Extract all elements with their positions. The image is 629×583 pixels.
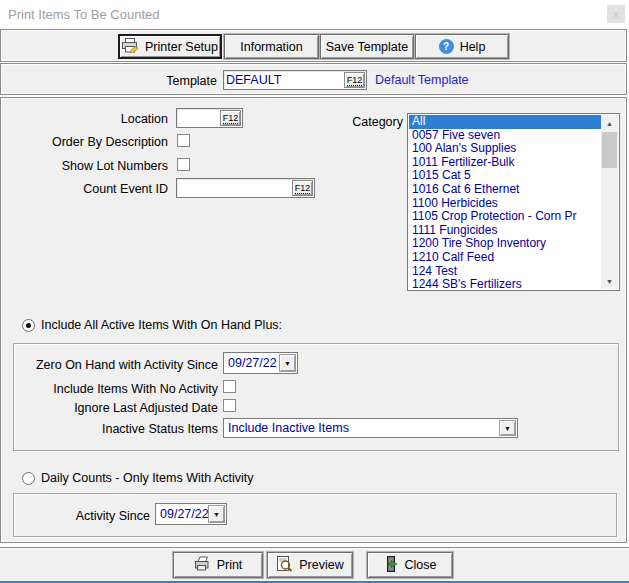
category-list-item[interactable]: 124 Test [409,265,601,279]
count-event-id-label: Count Event ID [20,182,168,196]
location-field[interactable]: F12 [176,108,243,128]
category-list-item[interactable]: 1015 Cat 5 [409,169,601,183]
combo-arrow-icon[interactable]: ▼ [499,420,516,436]
combo-arrow-icon[interactable]: ▼ [208,505,225,523]
printer-setup-label: Printer Setup [145,40,218,54]
help-label: Help [460,40,486,54]
combo-arrow-icon[interactable]: ▼ [279,354,296,372]
category-list-item[interactable]: All [409,115,601,129]
inactive-status-combo[interactable]: Include Inactive Items ▼ [223,418,518,438]
toolbar-band: Printer Setup Information Save Template … [0,29,627,62]
preview-icon [276,556,293,575]
save-template-label: Save Template [326,40,408,54]
activity-since-date-combo[interactable]: 09/27/22 ▼ [155,503,227,525]
footer-band: Print Preview Close [0,547,629,583]
template-input[interactable] [226,72,340,88]
category-list-item[interactable]: 1100 Herbicides [409,197,601,211]
print-icon [194,556,211,574]
close-label: Close [405,558,437,572]
inactive-status-value: Include Inactive Items [228,419,349,437]
no-activity-checkbox[interactable] [223,380,236,393]
category-list-item[interactable]: 1105 Crop Protection - Corn Pr [409,210,601,224]
template-label: Template [119,74,217,88]
printer-setup-icon [122,38,139,56]
close-icon[interactable]: x [607,5,625,23]
zero-on-hand-date-value: 09/27/22 [228,353,277,373]
activity-since-label: Activity Since [60,509,150,523]
location-f12-button[interactable]: F12 [220,110,241,126]
category-list-item[interactable]: 1210 Calf Feed [409,251,601,265]
count-event-id-input[interactable] [179,180,288,196]
close-button[interactable]: Close [367,552,453,578]
daily-counts-radio-label[interactable]: Daily Counts - Only Items With Activity [41,471,254,485]
printer-setup-button[interactable]: Printer Setup [118,34,222,59]
location-input[interactable] [179,110,216,126]
category-list-items: All0057 Five seven100 Alan's Supplies101… [409,115,601,289]
no-activity-label: Include Items With No Activity [28,382,218,396]
template-f12-button[interactable]: F12 [344,72,365,88]
include-all-radio-label[interactable]: Include All Active Items With On Hand Pl… [41,318,282,332]
close-icon-door [384,556,399,575]
scroll-up-icon[interactable]: ▲ [601,115,618,131]
count-event-id-f12-button[interactable]: F12 [292,180,313,196]
order-by-description-checkbox[interactable] [177,134,190,147]
print-button[interactable]: Print [173,552,263,578]
category-label: Category [343,115,403,129]
scroll-down-icon[interactable]: ▼ [601,273,618,289]
daily-counts-radio[interactable] [22,472,35,485]
zero-on-hand-date-combo[interactable]: 09/27/22 ▼ [223,352,298,374]
location-label: Location [20,112,168,126]
activity-since-date-value: 09/27/22 [160,504,209,524]
category-list-item[interactable]: 1244 SB's Fertilizers [409,278,601,289]
include-all-radio[interactable] [22,319,35,332]
window-title: Print Items To Be Counted [8,7,160,22]
template-band: Template F12 Default Template [0,63,627,95]
save-template-button[interactable]: Save Template [320,34,414,59]
preview-label: Preview [299,558,343,572]
template-description: Default Template [375,73,469,87]
show-lot-numbers-label: Show Lot Numbers [20,159,168,173]
help-icon: ? [439,39,454,54]
category-list-item[interactable]: 100 Alan's Supplies [409,142,601,156]
category-list: All0057 Five seven100 Alan's Supplies101… [407,113,620,291]
template-field[interactable]: F12 [223,70,367,90]
category-list-item[interactable]: 1016 Cat 6 Ethernet [409,183,601,197]
title-bar: Print Items To Be Counted x [0,0,629,29]
category-list-item[interactable]: 0057 Five seven [409,129,601,143]
information-label: Information [240,40,303,54]
print-items-dialog: Print Items To Be Counted x Printer Setu… [0,0,629,583]
ignore-last-adjusted-checkbox[interactable] [223,399,236,412]
zero-on-hand-label: Zero On Hand with Activity Since [28,358,218,372]
category-scrollbar[interactable]: ▲ ▼ [601,115,618,289]
ignore-last-adjusted-label: Ignore Last Adjusted Date [28,401,218,415]
category-list-item[interactable]: 1200 Tire Shop Inventory [409,237,601,251]
inactive-status-label: Inactive Status Items [28,422,218,436]
order-by-description-label: Order By Description [20,135,168,149]
help-button[interactable]: ? Help [415,34,509,59]
print-label: Print [217,558,243,572]
category-list-item[interactable]: 1111 Fungicides [409,224,601,238]
preview-button[interactable]: Preview [267,552,353,578]
scrollbar-thumb[interactable] [602,132,617,168]
show-lot-numbers-checkbox[interactable] [177,158,190,171]
category-list-item[interactable]: 1011 Fertilizer-Bulk [409,156,601,170]
information-button[interactable]: Information [224,34,319,59]
count-event-id-field[interactable]: F12 [176,178,315,198]
